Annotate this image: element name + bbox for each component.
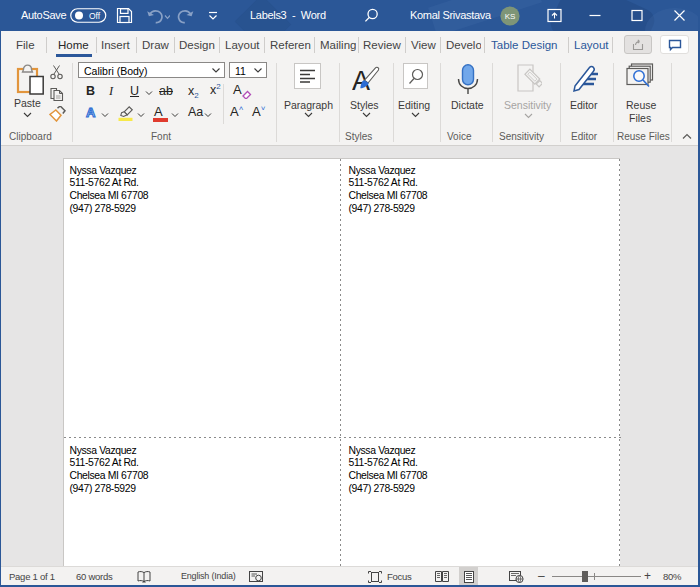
svg-text:KS: KS [505,12,516,21]
svg-text:Off: Off [89,11,101,21]
